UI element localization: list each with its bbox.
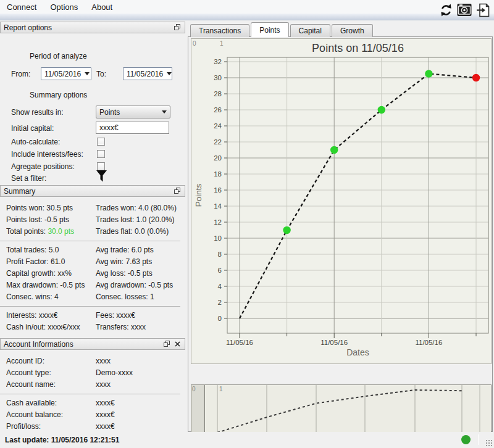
svg-text:26: 26 <box>214 106 222 114</box>
agregate-positions-label: Agregate positions: <box>11 162 75 171</box>
svg-text:32: 32 <box>214 58 222 65</box>
summary-stat: Points lost: -0.5 pts <box>6 214 96 226</box>
account-field-value: Demo-xxxx <box>96 367 133 379</box>
account-field-label: Account ID: <box>6 355 96 367</box>
summary-row: Interests: xxxx€Fees: xxxx€ <box>0 310 185 321</box>
svg-text:8: 8 <box>218 251 222 258</box>
account-field-label: Account balance: <box>6 409 96 421</box>
summary-row: Capital growth: xx%Avg loss: -0.5 pts <box>0 268 185 280</box>
panel-title: Summary <box>4 187 171 196</box>
summary-row: Total points: 30.0 ptsTrades flat: 0.0 (… <box>0 226 185 238</box>
tab-capital[interactable]: Capital <box>290 24 330 37</box>
from-date-select[interactable]: 11/05/2016 <box>41 67 91 80</box>
account-row: Account ID:xxxx <box>0 355 185 367</box>
period-of-analyze-label: Period of analyze <box>30 52 87 60</box>
from-label: From: <box>11 70 30 78</box>
filter-funnel-icon[interactable] <box>96 170 107 183</box>
svg-text:0: 0 <box>192 386 196 392</box>
export-report-icon[interactable] <box>475 2 490 17</box>
account-row: Cash available:xxxx€ <box>0 397 185 409</box>
summary-row: Total trades: 5.0Avg trade: 6.0 pts <box>0 244 185 256</box>
summary-stat: Max drawdown: -0.5 pts <box>6 280 96 291</box>
app-window: ConnectOptionsAbout <box>0 0 494 448</box>
account-field-label: Account name: <box>6 379 96 391</box>
account-field-value: xxxx <box>96 355 111 367</box>
summary-stat: Interests: xxxx€ <box>6 310 96 321</box>
account-titlebar[interactable]: Account Informations <box>0 338 185 350</box>
points-chart[interactable]: 0246810121416182022242628303211/05/1611/… <box>191 38 492 364</box>
auto-calculate-checkbox[interactable] <box>97 138 105 146</box>
toolbar <box>438 2 490 17</box>
svg-text:4: 4 <box>218 283 222 290</box>
float-icon[interactable] <box>173 23 182 31</box>
screenshot-camera-icon[interactable] <box>457 2 472 17</box>
svg-text:Dates: Dates <box>346 347 369 357</box>
svg-text:20: 20 <box>214 154 222 162</box>
summary-row: Consec. wins: 4Consec. losses: 1 <box>0 291 185 303</box>
account-field-label: Profit/loss: <box>6 421 96 433</box>
panel-summary: Summary Points won: 30.5 ptsTrades won: … <box>0 185 185 337</box>
summary-row: Cash in/out: xxxx€/xxxTransfers: xxxx <box>0 321 185 333</box>
summary-stat: Avg drawdown: -0.5 pts <box>96 280 173 291</box>
panel-report-options: Report options Period of analyze From: 1… <box>0 22 185 184</box>
show-results-select[interactable]: Points <box>96 106 170 118</box>
report-options-titlebar[interactable]: Report options <box>0 22 185 33</box>
chevron-down-icon <box>167 72 172 75</box>
tab-points[interactable]: Points <box>251 22 288 37</box>
float-icon[interactable] <box>162 340 171 348</box>
menu-connect[interactable]: Connect <box>0 0 43 14</box>
refresh-icon[interactable] <box>438 2 453 17</box>
summary-stat: Avg trade: 6.0 pts <box>96 244 154 256</box>
summary-body: Points won: 30.5 ptsTrades won: 4.0 (80.… <box>0 197 185 333</box>
summary-stat: Points won: 30.5 pts <box>6 202 96 214</box>
summary-row: Points won: 30.5 ptsTrades won: 4.0 (80.… <box>0 202 185 214</box>
connection-status-indicator <box>461 435 471 444</box>
statusbar-separator <box>478 434 479 445</box>
svg-text:24: 24 <box>214 122 222 130</box>
summary-stat: Total trades: 5.0 <box>6 244 96 256</box>
winning-trade-point[interactable] <box>425 70 432 77</box>
svg-text:22: 22 <box>214 138 222 146</box>
winning-trade-point[interactable] <box>330 146 338 154</box>
summary-stat: Trades won: 4.0 (80.0%) <box>96 202 177 214</box>
tab-content-frame: 0246810121416182022242628303211/05/1611/… <box>188 36 493 432</box>
svg-text:0: 0 <box>218 315 222 322</box>
menu-options[interactable]: Options <box>43 0 85 14</box>
show-results-label: Show results in: <box>11 108 64 117</box>
panel-account-informations: Account Informations Account ID:xxxxAcco… <box>0 338 185 432</box>
summary-stat: Cash in/out: xxxx€/xxx <box>6 321 96 333</box>
tab-transactions[interactable]: Transactions <box>190 24 249 37</box>
include-interests-checkbox[interactable] <box>97 150 105 158</box>
account-field-label: Cash available: <box>6 397 96 409</box>
chevron-down-icon <box>85 72 90 75</box>
summary-row: Max drawdown: -0.5 ptsAvg drawdown: -0.5… <box>0 280 185 291</box>
svg-text:Points on 11/05/16: Points on 11/05/16 <box>312 42 404 54</box>
summary-titlebar[interactable]: Summary <box>0 185 185 197</box>
svg-text:14: 14 <box>214 202 222 210</box>
to-date-select[interactable]: 11/05/2016 <box>123 67 172 80</box>
resize-grip[interactable] <box>486 440 493 447</box>
close-icon[interactable] <box>173 340 182 348</box>
account-field-value: xxxx <box>96 379 111 391</box>
summary-stat: Transfers: xxxx <box>96 321 146 333</box>
last-update-text: Last update: 11/05/2016 12:21:51 <box>5 436 119 444</box>
svg-text:30: 30 <box>214 74 222 81</box>
account-row: Profit/loss:xxxx€ <box>0 421 185 433</box>
summary-stat: Profit Factor: 61.0 <box>6 256 96 268</box>
winning-trade-point[interactable] <box>283 226 290 234</box>
account-field-value: xxxx€ <box>96 409 115 421</box>
tab-growth[interactable]: Growth <box>332 24 373 37</box>
menu-about[interactable]: About <box>85 0 119 14</box>
losing-trade-point[interactable] <box>472 74 480 81</box>
float-icon[interactable] <box>173 187 182 195</box>
winning-trade-point[interactable] <box>378 106 385 114</box>
account-field-value: xxxx€ <box>96 397 115 409</box>
svg-text:12: 12 <box>214 218 222 226</box>
summary-stat: Trades lost: 1.0 (20.0%) <box>96 214 175 226</box>
svg-text:6: 6 <box>218 267 222 274</box>
initial-capital-input[interactable] <box>96 122 169 134</box>
account-field-value: xxxx€ <box>96 421 115 433</box>
account-row: Account type:Demo-xxxx <box>0 367 185 379</box>
separator <box>0 306 180 307</box>
auto-calculate-label: Auto-calculate: <box>11 138 60 146</box>
